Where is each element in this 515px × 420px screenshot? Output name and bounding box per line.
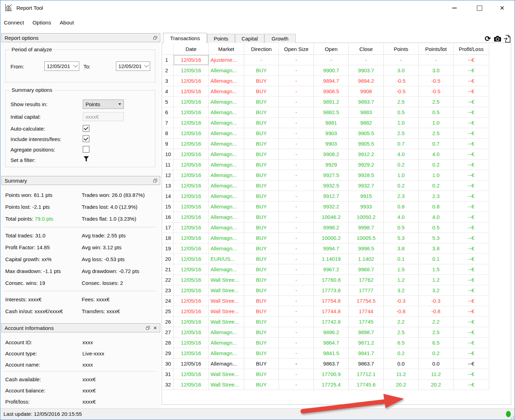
cell-direction[interactable]: BUY: [244, 264, 279, 275]
cell-market[interactable]: Allemagn...: [209, 97, 244, 107]
cell-close[interactable]: 9928.5: [349, 170, 384, 180]
table-row[interactable]: 1912/05/16Allemagn...BUY-9994.79998.53.8…: [163, 243, 489, 254]
cell-points[interactable]: 6.5: [384, 338, 419, 348]
cell-date[interactable]: 12/05/16: [174, 201, 209, 212]
cell-direction[interactable]: BUY: [244, 86, 279, 97]
cell-close[interactable]: 10050.2: [349, 212, 384, 222]
cell-date[interactable]: 12/05/16: [174, 107, 209, 118]
cell-profit-loss[interactable]: --€: [454, 275, 489, 285]
cell-points[interactable]: 1.2: [384, 275, 419, 285]
col-open-size[interactable]: Open Size: [279, 43, 314, 55]
cell-profit-loss[interactable]: --€: [454, 191, 489, 201]
cell-points[interactable]: 20.2: [384, 380, 419, 390]
cell-open-size[interactable]: -: [279, 118, 314, 128]
menu-connect[interactable]: Connect: [4, 20, 24, 26]
cell-close[interactable]: 1.1402: [349, 254, 384, 264]
cell-open-size[interactable]: -: [279, 222, 314, 233]
float-panel-icon[interactable]: [153, 36, 157, 40]
cell-direction[interactable]: BUY: [244, 201, 279, 212]
cell-open[interactable]: 1.14019: [314, 254, 349, 264]
cell-open-size[interactable]: -: [279, 327, 314, 338]
cell-points[interactable]: 3.8: [384, 243, 419, 254]
cell-profit-loss[interactable]: --€: [454, 128, 489, 139]
cell-points[interactable]: 2.2: [384, 317, 419, 327]
table-row[interactable]: 512/05/16Allemagn...BUY-9891.29893.72.52…: [163, 97, 489, 107]
cell-close[interactable]: 17754.5: [349, 296, 384, 306]
col-market[interactable]: Market: [209, 43, 244, 55]
cell-open[interactable]: 9932.5: [314, 180, 349, 191]
cell-close[interactable]: 17712.1: [349, 369, 384, 380]
cell-open-size[interactable]: -: [279, 369, 314, 380]
col-close[interactable]: Close: [349, 43, 384, 55]
cell-direction[interactable]: BUY: [244, 254, 279, 264]
cell-direction[interactable]: BUY: [244, 338, 279, 348]
cell-market[interactable]: Ajusteme...: [209, 55, 244, 65]
cell-profit-loss[interactable]: --€: [454, 306, 489, 317]
cell-direction[interactable]: BUY: [244, 160, 279, 170]
cell-open[interactable]: 17760.8: [314, 275, 349, 285]
cell-direction[interactable]: BUY: [244, 139, 279, 149]
screenshot-button[interactable]: [493, 34, 502, 43]
cell-direction[interactable]: BUY: [244, 65, 279, 76]
table-row[interactable]: 1712/05/16Allemagn...BUY-9998.29998.70.5…: [163, 222, 489, 233]
cell-open-size[interactable]: -: [279, 170, 314, 180]
cell-profit-loss[interactable]: --€: [454, 149, 489, 160]
float-panel-icon[interactable]: [146, 326, 150, 330]
cell-open[interactable]: 17754.8: [314, 296, 349, 306]
cell-profit-loss[interactable]: --€: [454, 180, 489, 191]
cell-market[interactable]: Allemagn...: [209, 327, 244, 338]
cell-points-lot[interactable]: 1.2: [419, 275, 454, 285]
table-row[interactable]: 212/05/16Allemagn...BUY-9900.79903.73.03…: [163, 65, 489, 76]
cell-market[interactable]: Allemagn...: [209, 86, 244, 97]
cell-direction[interactable]: BUY: [244, 275, 279, 285]
cell-points-lot[interactable]: 2.5: [419, 128, 454, 139]
cell-open[interactable]: 9864.7: [314, 338, 349, 348]
cell-points[interactable]: 0.5: [384, 222, 419, 233]
col-points[interactable]: Points: [384, 43, 419, 55]
cell-market[interactable]: Allemagn...: [209, 149, 244, 160]
cell-close[interactable]: 9871.2: [349, 338, 384, 348]
cell-direction[interactable]: BUY: [244, 212, 279, 222]
cell-open-size[interactable]: -: [279, 264, 314, 275]
cell-points[interactable]: -0.5: [384, 76, 419, 86]
cell-close[interactable]: 9905.5: [349, 139, 384, 149]
cell-points[interactable]: -0.3: [384, 296, 419, 306]
cell-date[interactable]: 12/05/16: [174, 327, 209, 338]
cell-open-size[interactable]: -: [279, 149, 314, 160]
cell-open[interactable]: 9891.2: [314, 97, 349, 107]
cell-date[interactable]: 12/05/16: [174, 369, 209, 380]
col-profit-loss[interactable]: Profit/Loss: [454, 43, 489, 55]
cell-points-lot[interactable]: 2.3: [419, 191, 454, 201]
table-row[interactable]: 1512/05/16Allemagn...BUY-9932.299330.80.…: [163, 201, 489, 212]
cell-open[interactable]: 9863.7: [314, 359, 349, 369]
cell-close[interactable]: 9912.2: [349, 149, 384, 160]
table-row[interactable]: 2612/05/16Wall Stree...BUY-17742.8177452…: [163, 317, 489, 327]
table-row[interactable]: 412/05/16Allemagn...BUY-9908.59908-0.5-0…: [163, 86, 489, 97]
table-row[interactable]: 1212/05/16Allemagn...BUY-9927.59928.51.0…: [163, 170, 489, 180]
cell-open-size[interactable]: -: [279, 233, 314, 243]
cell-open[interactable]: 9903: [314, 139, 349, 149]
cell-profit-loss[interactable]: --€: [454, 212, 489, 222]
cell-direction[interactable]: BUY: [244, 222, 279, 233]
cell-open[interactable]: 17725.4: [314, 380, 349, 390]
table-row[interactable]: 612/05/16Allemagn...BUY-9882.598830.50.5…: [163, 107, 489, 118]
cell-open-size[interactable]: -: [279, 359, 314, 369]
cell-points-lot[interactable]: 2.2: [419, 317, 454, 327]
cell-open-size[interactable]: -: [279, 338, 314, 348]
cell-market[interactable]: Allemagn...: [209, 65, 244, 76]
cell-market[interactable]: Allemagn...: [209, 348, 244, 359]
cell-direction[interactable]: BUY: [244, 97, 279, 107]
table-row[interactable]: 1312/05/16Allemagn...BUY-9932.59932.70.2…: [163, 180, 489, 191]
cell-points-lot[interactable]: 20.2: [419, 380, 454, 390]
cell-points[interactable]: 3.2: [384, 285, 419, 296]
cell-profit-loss[interactable]: --€: [454, 285, 489, 296]
cell-open-size[interactable]: -: [279, 254, 314, 264]
cell-open-size[interactable]: -: [279, 65, 314, 76]
cell-open[interactable]: -: [314, 55, 349, 65]
col-points-lot[interactable]: Points/lot: [419, 43, 454, 55]
cell-close[interactable]: 9898.7: [349, 327, 384, 338]
cell-market[interactable]: Wall Stree...: [209, 317, 244, 327]
cell-direction[interactable]: BUY: [244, 306, 279, 317]
cell-points[interactable]: 2.5: [384, 128, 419, 139]
cell-date[interactable]: 12/05/16: [174, 254, 209, 264]
